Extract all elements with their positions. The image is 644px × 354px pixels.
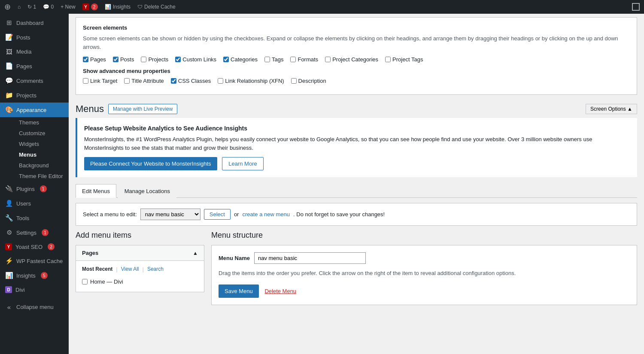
adminbar-yoast[interactable]: Y 2 (82, 3, 98, 10)
connect-monsterinsights-button[interactable]: Please Connect Your Website to MonsterIn… (84, 157, 217, 170)
checkbox-css-classes-input[interactable] (171, 78, 176, 84)
divi-icon: D (5, 286, 12, 293)
adminbar-insights-label: Insights (113, 4, 131, 10)
settings-icon: ⚙ (5, 229, 13, 236)
adminbar-cache[interactable]: 🛡 Delete Cache (137, 4, 176, 10)
adminbar-comments[interactable]: 💬 0 (43, 4, 54, 10)
pages-subtab-recent[interactable]: Most Recent (82, 266, 112, 272)
sidebar-item-pages[interactable]: 📄 Pages (0, 59, 69, 73)
analytics-notice-text: MonsterInsights, the #1 WordPress Analyt… (84, 135, 630, 152)
sidebar-item-media[interactable]: 🖼 Media (0, 45, 69, 59)
checkbox-tags[interactable]: Tags (264, 56, 283, 63)
menu-name-input[interactable] (254, 252, 366, 264)
sidebar-collapse[interactable]: « Collapse menu (0, 300, 69, 314)
checkbox-description[interactable]: Description (291, 78, 326, 84)
home-divi-label: Home — Divi (90, 278, 123, 285)
checkbox-link-rel[interactable]: Link Relationship (XFN) (218, 78, 284, 84)
checkbox-formats[interactable]: Formats (290, 56, 318, 63)
insights-sidebar-icon: 📊 (5, 272, 13, 279)
checkbox-css-classes[interactable]: CSS Classes (171, 78, 211, 84)
checkbox-posts[interactable]: Posts (113, 56, 134, 63)
screen-elements-title: Screen elements (83, 24, 630, 31)
checkbox-tags-input[interactable] (264, 57, 270, 62)
yoast-icon: Y (82, 3, 89, 10)
screen-options-button[interactable]: Screen Options ▲ (586, 104, 637, 114)
sidebar-item-comments-label: Comments (16, 78, 43, 84)
sidebar-item-comments[interactable]: 💬 Comments (0, 73, 69, 88)
sidebar-item-wp-fastest[interactable]: ⚡ WP Fastest Cache (0, 254, 69, 268)
delete-menu-button[interactable]: Delete Menu (264, 288, 296, 294)
checkbox-project-tags-input[interactable] (385, 57, 391, 62)
sidebar-item-yoast-seo[interactable]: Y Yoast SEO 2 (0, 240, 69, 254)
posts-icon: 📝 (5, 33, 13, 41)
window-button[interactable] (632, 3, 640, 11)
sidebar-item-pages-label: Pages (16, 63, 32, 70)
checkbox-project-categories[interactable]: Project Categories (325, 56, 378, 63)
learn-more-button[interactable]: Learn More (222, 157, 263, 170)
structure-inner-panel: Menu Name Drag the items into the order … (211, 245, 637, 305)
sidebar-sub-theme-editor[interactable]: Theme File Editor (15, 171, 69, 182)
tab-manage-locations[interactable]: Manage Locations (118, 184, 176, 198)
sidebar-item-projects[interactable]: 📁 Projects (0, 88, 69, 103)
checkbox-project-categories-input[interactable] (325, 57, 331, 62)
sidebar-sub-themes[interactable]: Themes (15, 117, 69, 128)
wp-logo[interactable]: ⊕ (4, 2, 11, 12)
sidebar-item-tools[interactable]: 🔧 Tools (0, 211, 69, 225)
menu-tabs: Edit Menus Manage Locations (76, 184, 637, 198)
save-menu-button[interactable]: Save Menu (219, 284, 259, 298)
sidebar-item-users[interactable]: 👤 Users (0, 196, 69, 211)
checkbox-title-attr-input[interactable] (124, 78, 130, 84)
tools-icon: 🔧 (5, 214, 13, 222)
adminbar-new[interactable]: + New (61, 4, 75, 10)
live-preview-button[interactable]: Manage with Live Preview (108, 104, 177, 114)
pages-list-item: Home — Divi (82, 277, 198, 287)
select-menu-button[interactable]: Select (204, 209, 231, 220)
sidebar-item-posts-label: Posts (16, 34, 30, 41)
screen-elements-desc: Some screen elements can be shown or hid… (83, 34, 630, 51)
sidebar-item-plugins-label: Plugins (16, 186, 35, 192)
sidebar-item-dashboard[interactable]: ⊞ Dashboard (0, 15, 69, 30)
pages-accordion-header[interactable]: Pages ▲ (76, 245, 204, 261)
tab-edit-menus[interactable]: Edit Menus (76, 184, 116, 198)
checkbox-link-rel-input[interactable] (218, 78, 223, 84)
sidebar-item-divi[interactable]: D Divi (0, 283, 69, 297)
checkbox-pages[interactable]: Pages (83, 56, 106, 63)
adminbar-insights[interactable]: 📊 Insights (105, 4, 131, 10)
sidebar-sub-background[interactable]: Background (15, 160, 69, 171)
sidebar-sub-menus[interactable]: Menus (15, 149, 69, 160)
checkbox-custom-links-input[interactable] (175, 57, 181, 62)
sidebar-sub-widgets[interactable]: Widgets (15, 139, 69, 149)
checkbox-categories-input[interactable] (223, 57, 229, 62)
collapse-icon: « (5, 303, 13, 311)
sidebar-item-settings[interactable]: ⚙ Settings 1 (0, 225, 69, 240)
checkbox-projects[interactable]: Projects (141, 56, 168, 63)
checkbox-posts-input[interactable] (113, 57, 118, 62)
adminbar-home[interactable]: ⌂ (18, 4, 21, 10)
checkbox-projects-input[interactable] (141, 57, 146, 62)
create-new-menu-link[interactable]: create a new menu (242, 211, 290, 218)
checkbox-link-target[interactable]: Link Target (83, 78, 117, 84)
checkbox-custom-links[interactable]: Custom Links (175, 56, 216, 63)
pages-subtab-search[interactable]: Search (147, 266, 164, 272)
home-divi-checkbox[interactable] (82, 279, 88, 284)
sidebar-item-appearance-label: Appearance (16, 107, 46, 113)
sidebar-item-posts[interactable]: 📝 Posts (0, 30, 69, 45)
menu-select-dropdown[interactable]: nav menu basic main menu footer menu (140, 209, 200, 220)
sidebar-item-plugins[interactable]: 🔌 Plugins 1 (0, 182, 69, 196)
checkbox-formats-input[interactable] (290, 57, 296, 62)
sidebar-item-insights[interactable]: 📊 Insights 5 (0, 268, 69, 283)
checkbox-link-target-input[interactable] (83, 78, 88, 84)
sidebar-item-appearance[interactable]: 🎨 Appearance (0, 103, 69, 117)
checkbox-project-tags[interactable]: Project Tags (385, 56, 423, 63)
appearance-submenu: Themes Customize Widgets Menus Backgroun… (0, 117, 69, 182)
sidebar-sub-customize[interactable]: Customize (15, 128, 69, 139)
checkbox-categories[interactable]: Categories (223, 56, 258, 63)
sidebar-item-dashboard-label: Dashboard (16, 20, 44, 26)
adminbar-updates[interactable]: ↻ 1 (27, 4, 36, 10)
checkbox-description-input[interactable] (291, 78, 297, 84)
screen-elements-panel: Screen elements Some screen elements can… (76, 17, 637, 95)
pages-subtab-view-all[interactable]: View All (121, 266, 139, 272)
checkbox-pages-input[interactable] (83, 57, 88, 62)
dashboard-icon: ⊞ (5, 19, 13, 27)
checkbox-title-attr[interactable]: Title Attribute (124, 78, 164, 84)
